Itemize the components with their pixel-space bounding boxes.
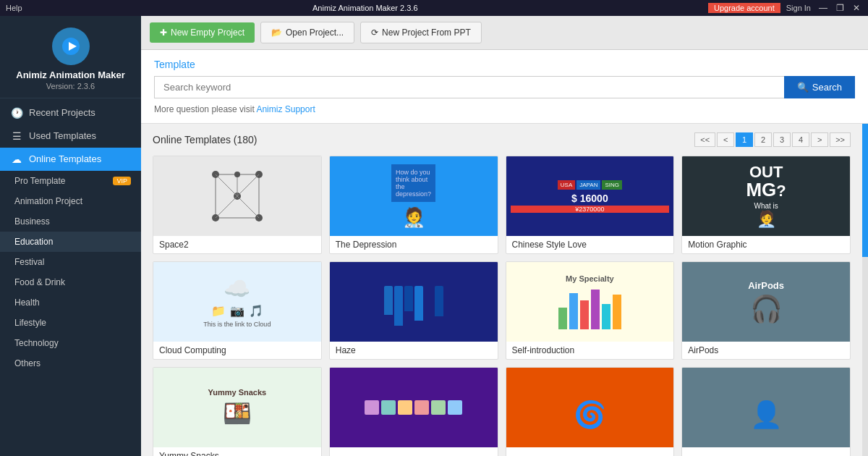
search-btn-label: Search <box>812 82 842 93</box>
template-name-depression: The Depression <box>330 236 498 253</box>
submenu-business[interactable]: Business <box>0 211 141 232</box>
submenu-food[interactable]: Food & Drink <box>0 272 141 292</box>
template-name-t11 <box>506 447 674 455</box>
template-card-t12[interactable]: 👤 <box>681 367 851 456</box>
scroll-thumb[interactable] <box>862 124 868 257</box>
page-prev-prev[interactable]: << <box>694 132 715 147</box>
scroll-bar[interactable] <box>862 124 868 456</box>
support-text: More question please visit Animiz Suppor… <box>154 104 855 114</box>
template-card-t10[interactable] <box>329 367 498 456</box>
template-card-cloud[interactable]: ☁️ 📁 📷 🎵 This is the link to Cloud Cloud… <box>153 261 322 360</box>
search-input[interactable] <box>154 76 784 98</box>
template-name-t12 <box>682 447 850 455</box>
template-thumb-t11: 🌀 <box>506 368 674 447</box>
page-3[interactable]: 3 <box>773 132 791 147</box>
sidebar-item-recent-label: Recent Projects <box>29 107 95 118</box>
template-card-haze[interactable]: Haze <box>329 261 498 360</box>
logo-version: Version: 2.3.6 <box>46 82 95 90</box>
from-ppt-label: New Project From PPT <box>382 28 471 38</box>
template-name-motion: Motion Graphic <box>682 236 850 253</box>
sidebar-item-used[interactable]: ☰ Used Templates <box>0 124 141 148</box>
template-card-depression[interactable]: How do youthink aboutthedepression? 🧑‍⚕️… <box>329 156 498 254</box>
templates-count-title: Online Templates (180) <box>153 134 257 145</box>
submenu-business-label: Business <box>14 216 50 227</box>
page-2[interactable]: 2 <box>754 132 772 147</box>
minimize-button[interactable]: — <box>817 3 830 13</box>
search-icon: 🔍 <box>797 82 809 93</box>
vip-badge: VIP <box>113 177 131 185</box>
app-body: Animiz Animation Maker Version: 2.3.6 🕐 … <box>0 16 868 456</box>
submenu-festival-label: Festival <box>14 257 44 267</box>
template-card-airpods[interactable]: AirPods 🎧 AirPods <box>681 261 851 360</box>
templates-wrapper: Online Templates (180) << < 1 2 3 4 > >> <box>141 124 868 456</box>
template-card-yummy[interactable]: Yummy Snacks 🍱 Yummy Snacks <box>153 367 322 456</box>
template-card-selfintro[interactable]: My Specialty <box>506 261 675 360</box>
svg-line-11 <box>237 196 259 218</box>
submenu-food-label: Food & Drink <box>14 277 65 287</box>
svg-point-13 <box>234 172 240 177</box>
folder-icon: 📂 <box>271 28 282 38</box>
sidebar-item-recent[interactable]: 🕐 Recent Projects <box>0 101 141 124</box>
page-1[interactable]: 1 <box>736 132 753 147</box>
submenu-education[interactable]: Education <box>0 232 141 252</box>
maximize-button[interactable]: ❐ <box>834 3 846 13</box>
page-4[interactable]: 4 <box>792 132 809 147</box>
list-icon: ☰ <box>10 130 23 142</box>
templates-scroll: Online Templates (180) << < 1 2 3 4 > >> <box>141 124 862 456</box>
sidebar-item-online-templates[interactable]: ☁ Online Templates <box>0 148 141 171</box>
template-card-space2[interactable]: Space2 <box>153 156 322 254</box>
template-thumb-selfintro: My Specialty <box>506 262 674 342</box>
support-link[interactable]: Animiz Support <box>256 104 315 114</box>
template-card-chinese[interactable]: USA JAPAN SING $ 16000 ¥2370000 Chinese … <box>506 156 675 254</box>
app-title: Animiz Animation Maker 2.3.6 <box>312 4 418 12</box>
template-card-motion[interactable]: OUTMG? What is 🧑‍💼 Motion Graphic <box>681 156 851 254</box>
help-menu[interactable]: Help <box>6 4 22 12</box>
submenu-health-label: Health <box>14 297 40 308</box>
new-from-ppt-button[interactable]: ⟳ New Project From PPT <box>360 22 482 43</box>
search-button[interactable]: 🔍 Search <box>784 76 855 98</box>
sidebar-nav: 🕐 Recent Projects ☰ Used Templates ☁ Onl… <box>0 98 141 376</box>
signin-button[interactable]: Sign In <box>786 4 811 12</box>
submenu-lifestyle-label: Lifestyle <box>14 318 46 328</box>
svg-line-10 <box>216 196 237 218</box>
submenu-pro[interactable]: Pro Template VIP <box>0 171 141 191</box>
template-search-area: Template 🔍 Search More question please v… <box>141 50 868 124</box>
open-project-label: Open Project... <box>286 28 344 38</box>
template-name-cloud: Cloud Computing <box>153 342 321 359</box>
template-name-selfintro: Self-introduction <box>506 342 674 359</box>
title-bar: Help Animiz Animation Maker 2.3.6 Upgrad… <box>0 0 868 16</box>
content-area: ✚ New Empty Project 📂 Open Project... ⟳ … <box>141 16 868 456</box>
title-bar-right: Upgrade account Sign In — ❐ ✕ <box>708 3 862 13</box>
page-next[interactable]: > <box>811 132 828 147</box>
submenu-lifestyle[interactable]: Lifestyle <box>0 313 141 333</box>
submenu-animation[interactable]: Animation Project <box>0 191 141 211</box>
svg-line-9 <box>237 174 259 196</box>
close-button[interactable]: ✕ <box>851 3 862 13</box>
template-name-airpods: AirPods <box>682 342 850 359</box>
sidebar-logo: Animiz Animation Maker Version: 2.3.6 <box>0 16 141 98</box>
template-thumb-space2 <box>153 156 321 236</box>
new-empty-project-button[interactable]: ✚ New Empty Project <box>150 22 255 43</box>
template-thumb-t12: 👤 <box>682 368 850 447</box>
templates-header: Online Templates (180) << < 1 2 3 4 > >> <box>153 132 851 147</box>
ppt-icon: ⟳ <box>371 28 378 38</box>
template-name-t10 <box>330 447 498 455</box>
upgrade-button[interactable]: Upgrade account <box>708 3 780 13</box>
submenu-technology[interactable]: Technology <box>0 333 141 353</box>
templates-grid: Space2 How do youthink aboutthedepressio… <box>153 156 851 456</box>
template-thumb-airpods: AirPods 🎧 <box>682 262 850 342</box>
sidebar-item-used-label: Used Templates <box>29 130 96 141</box>
logo-title: Animiz Animation Maker <box>16 69 124 82</box>
template-name-space2: Space2 <box>153 236 321 253</box>
open-project-button[interactable]: 📂 Open Project... <box>260 22 354 43</box>
submenu-festival[interactable]: Festival <box>0 252 141 272</box>
page-next-next[interactable]: >> <box>830 132 851 147</box>
svg-line-8 <box>216 174 237 196</box>
page-prev[interactable]: < <box>717 132 734 147</box>
cloud-icon: ☁ <box>10 153 23 165</box>
template-card-t11[interactable]: 🌀 <box>506 367 675 456</box>
submenu-others[interactable]: Others <box>0 353 141 373</box>
window-controls: — ❐ ✕ <box>817 3 862 13</box>
submenu-health[interactable]: Health <box>0 292 141 313</box>
logo-icon <box>52 28 90 65</box>
